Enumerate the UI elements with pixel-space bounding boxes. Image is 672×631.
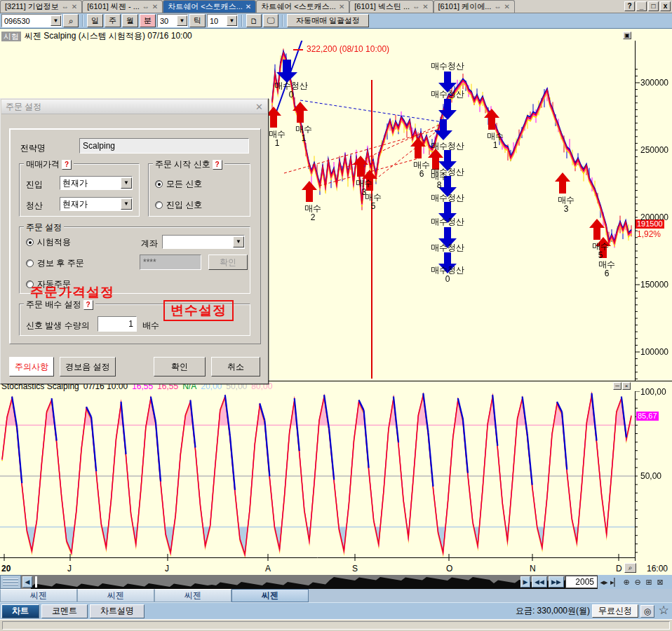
nav-rewind-button[interactable]: ◀◀ xyxy=(532,576,547,588)
strategy-field[interactable]: Scalping xyxy=(79,138,249,154)
tab-5[interactable]: [6101] 넥스틴 ...⇔✕ xyxy=(349,0,433,13)
exit-price-combo[interactable]: 현재가 ▼ xyxy=(60,197,133,211)
axis-zoom-button[interactable]: ⌕ xyxy=(624,563,636,573)
star-icon[interactable]: ☆ xyxy=(657,605,671,618)
toolbar-separator xyxy=(82,15,83,27)
period-minute-button[interactable]: 분 xyxy=(140,14,156,27)
camera-icon[interactable]: ◎ xyxy=(640,605,654,618)
auto-trade-batch-button[interactable]: 자동매매 일괄설정 xyxy=(287,14,369,27)
close-box-icon[interactable]: ⊠ xyxy=(655,577,665,587)
chevron-down-icon[interactable]: ▼ xyxy=(51,15,61,26)
dialog-title-bar[interactable]: 주문 설정 ✕ xyxy=(1,100,267,114)
tab-close-icon[interactable]: ✕ xyxy=(152,3,158,11)
subtab-1[interactable]: 씨젠 xyxy=(0,589,77,602)
free-apply-button[interactable]: 무료신청 xyxy=(592,604,638,618)
period-month-button[interactable]: 월 xyxy=(122,14,138,27)
link-icon: ⇔ xyxy=(412,3,419,11)
qty-unit-label: 배수 xyxy=(142,320,159,332)
chart-toolbar: 096530 ▼ ⌕ 일 주 월 분 30 ▼ 틱 10 ▼ 🗋 🖵 자동매매 … xyxy=(0,13,672,29)
chevron-down-icon[interactable]: ▼ xyxy=(177,15,187,26)
period-week-button[interactable]: 주 xyxy=(105,14,121,27)
account-combo[interactable]: ▼ xyxy=(162,235,245,249)
zoom-out-icon[interactable]: ⊖ xyxy=(633,577,643,587)
range-icon[interactable]: ◂▸ xyxy=(599,577,609,587)
alert-sound-button[interactable]: 경보음 설정 xyxy=(60,357,116,376)
subtab-4[interactable]: 씨젠 xyxy=(231,589,309,602)
minimize-button[interactable]: _ xyxy=(636,1,647,11)
notice-button[interactable]: 주의사항 xyxy=(9,357,54,376)
tab-close-icon[interactable]: ✕ xyxy=(504,3,509,11)
password-field[interactable]: **** xyxy=(140,255,201,270)
go-end-icon[interactable]: ▸▏ xyxy=(610,577,620,587)
tab-comment[interactable]: 코멘트 xyxy=(41,604,88,618)
toolbar-separator xyxy=(282,15,283,27)
exit-label: 청산 xyxy=(26,200,43,212)
last-bar-time: 16:00 xyxy=(647,564,668,574)
nav-fastforward-button[interactable]: ▶▶ xyxy=(549,576,564,588)
help-question-button[interactable]: ? xyxy=(213,160,222,170)
chevron-down-icon[interactable]: ▼ xyxy=(121,198,132,210)
navigator-cursor[interactable] xyxy=(35,576,37,588)
password-confirm-button[interactable]: 확인 xyxy=(208,255,248,270)
qty-input[interactable]: 1 xyxy=(98,316,137,332)
subtab-3[interactable]: 씨젠 xyxy=(154,589,231,602)
navigator-left-button[interactable]: ◀ xyxy=(22,576,32,588)
minute-combo[interactable]: 30 ▼ xyxy=(157,14,188,27)
range-navigator[interactable]: ◀ ▶ ◀◀ ▶▶ 2005 ◂▸▸▏⊕⊖⊞⊠ xyxy=(0,575,672,589)
price-axis-label: 200000 xyxy=(640,212,668,222)
chevron-down-icon[interactable]: ▼ xyxy=(233,236,244,247)
dialog-title: 주문 설정 xyxy=(6,101,41,113)
grid-icon[interactable]: ⊞ xyxy=(644,577,654,587)
tick-button[interactable]: 틱 xyxy=(189,14,206,27)
link-icon: ⇔ xyxy=(62,3,69,11)
stochastic-canvas[interactable] xyxy=(0,391,672,561)
entry-price-combo[interactable]: 현재가 ▼ xyxy=(60,176,133,190)
chevron-down-icon[interactable]: ▼ xyxy=(121,177,132,189)
radio-entry-label: 진입 신호 xyxy=(166,199,202,211)
chart-screen-button[interactable]: 🖵 xyxy=(263,14,278,27)
radio-alert-label: 경보 후 주문 xyxy=(37,257,84,269)
tab-chart-description[interactable]: 차트설명 xyxy=(90,604,145,618)
trading-app-window: [3211] 기업정보⇔✕[6101] 씨젠 - ...⇔✕차트쉐어 <스토캐스… xyxy=(0,0,672,631)
change-percent: 1,92% xyxy=(637,229,661,239)
nav-forward-button[interactable]: ▶ xyxy=(520,576,530,588)
stoch-axis-100: 100,00 xyxy=(640,387,666,397)
help-question-button[interactable]: ? xyxy=(62,160,72,170)
tab-4[interactable]: 차트쉐어 <스토캐스...✕ xyxy=(256,0,349,13)
variable-settings-annotation: 변수설정 xyxy=(163,300,234,321)
tab-close-icon[interactable]: ✕ xyxy=(422,3,428,11)
ok-button[interactable]: 확인 xyxy=(154,357,206,376)
maximize-button[interactable]: □ xyxy=(648,1,659,11)
chart-corner-icon[interactable]: ▣ xyxy=(623,32,631,39)
tab-3[interactable]: 차트쉐어 <스토캐스...✕ xyxy=(163,0,256,13)
radio-entry-signal[interactable]: 진입 신호 xyxy=(155,199,202,211)
tab-1[interactable]: [3211] 기업정보⇔✕ xyxy=(0,0,82,13)
radio-all-signals[interactable]: 모든 신호 xyxy=(155,178,202,190)
help-button[interactable]: ? xyxy=(624,1,635,11)
tab-close-icon[interactable]: ✕ xyxy=(339,3,344,11)
tab-close-icon[interactable]: ✕ xyxy=(72,3,77,11)
tab-6[interactable]: [6101] 케이에...⇔✕ xyxy=(434,0,515,13)
search-button[interactable]: ⌕ xyxy=(63,14,79,27)
subtab-2[interactable]: 씨젠 xyxy=(77,589,154,602)
chart-doc-button[interactable]: 🗋 xyxy=(246,14,262,27)
close-button[interactable]: x xyxy=(660,1,671,11)
x-axis-label: S xyxy=(352,564,358,574)
chevron-down-icon[interactable]: ▼ xyxy=(227,15,237,26)
tick-combo[interactable]: 10 ▼ xyxy=(207,14,238,27)
help-question-button[interactable]: ? xyxy=(83,300,93,310)
period-day-button[interactable]: 일 xyxy=(87,14,103,27)
stock-code-combo[interactable]: 096530 ▼ xyxy=(1,14,62,27)
close-icon[interactable]: ✕ xyxy=(255,102,263,112)
radio-test-apply[interactable]: 시험적용 xyxy=(26,236,71,248)
tab-chart[interactable]: 차트 xyxy=(1,604,39,618)
navigator-grip[interactable] xyxy=(0,575,21,589)
radio-alert-order[interactable]: 경보 후 주문 xyxy=(26,257,84,269)
zoom-in-icon[interactable]: ⊕ xyxy=(621,577,631,587)
indicator-close-button[interactable]: × xyxy=(622,382,631,390)
cancel-button[interactable]: 취소 xyxy=(211,357,260,376)
tab-close-icon[interactable]: ✕ xyxy=(246,3,251,11)
year-input[interactable]: 2005 xyxy=(565,576,598,588)
indicator-minimize-button[interactable]: ─ xyxy=(613,382,621,390)
tab-2[interactable]: [6101] 씨젠 - ...⇔✕ xyxy=(82,0,163,13)
